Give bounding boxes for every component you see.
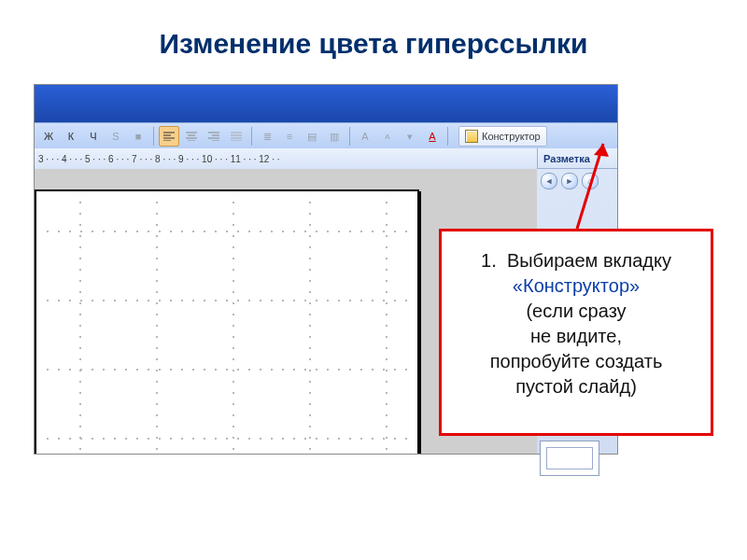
align-justify-button[interactable] xyxy=(226,126,247,147)
pane-fwd-button[interactable]: ► xyxy=(561,173,578,189)
align-left-button[interactable] xyxy=(159,126,179,147)
instruction-callout: 1. Выбираем вкладку «Конструктор» (если … xyxy=(439,229,713,436)
font-grow-button[interactable]: A xyxy=(355,126,375,147)
align-right-icon xyxy=(208,132,219,141)
toolbar-sep xyxy=(447,127,448,146)
slide[interactable] xyxy=(35,189,419,455)
callout-line3: (если сразу xyxy=(451,299,701,324)
callout-line2: «Конструктор» xyxy=(451,273,701,299)
align-right-button[interactable] xyxy=(204,126,224,147)
strike-button[interactable]: S xyxy=(106,126,126,147)
callout-line5: попробуйте создать xyxy=(451,349,701,374)
formatting-toolbar: Ж К Ч S ■ ≣ ≡ ▤ ▥ A A ▾ A Конструктор xyxy=(35,122,617,150)
align-justify-icon xyxy=(231,132,242,141)
italic-button[interactable]: К xyxy=(61,126,81,147)
callout-line6: пустой слайд) xyxy=(451,374,701,399)
constructor-icon xyxy=(465,130,478,143)
underline-button[interactable]: Ч xyxy=(83,126,104,147)
align-center-button[interactable] xyxy=(181,126,202,147)
font-color-button[interactable]: A xyxy=(422,126,443,147)
callout-line4: не видите, xyxy=(451,324,701,349)
callout-line1: Выбираем вкладку xyxy=(507,250,671,271)
font-dropdown-button[interactable]: ▾ xyxy=(400,126,420,147)
toolbar-sep xyxy=(251,127,252,146)
layout-thumbnail[interactable] xyxy=(540,441,599,476)
align-center-icon xyxy=(186,132,197,141)
window-titlebar xyxy=(35,85,617,122)
horizontal-ruler: 3 · · · 4 · · · 5 · · · 6 · · · 7 · · · … xyxy=(35,148,617,170)
bullets-button[interactable]: ≣ xyxy=(257,126,277,147)
toolbar-sep xyxy=(153,127,154,146)
toolbar-sep xyxy=(349,127,350,146)
constructor-label: Конструктор xyxy=(482,131,541,142)
shadow-button[interactable]: ■ xyxy=(128,126,148,147)
outdent-button[interactable]: ▤ xyxy=(302,126,322,147)
font-shrink-button[interactable]: A xyxy=(377,126,398,147)
pane-back-button[interactable]: ◄ xyxy=(541,173,557,189)
taskpane-header: Разметка xyxy=(537,148,617,169)
pane-home-button[interactable]: ⌂ xyxy=(582,173,599,189)
align-left-icon xyxy=(163,132,175,141)
constructor-tab-button[interactable]: Конструктор xyxy=(458,126,547,147)
page-title: Изменение цвета гиперссылки xyxy=(0,28,747,60)
indent-button[interactable]: ▥ xyxy=(324,126,345,147)
callout-num: 1. xyxy=(481,250,497,271)
numbering-button[interactable]: ≡ xyxy=(279,126,300,147)
bold-button[interactable]: Ж xyxy=(38,126,59,147)
